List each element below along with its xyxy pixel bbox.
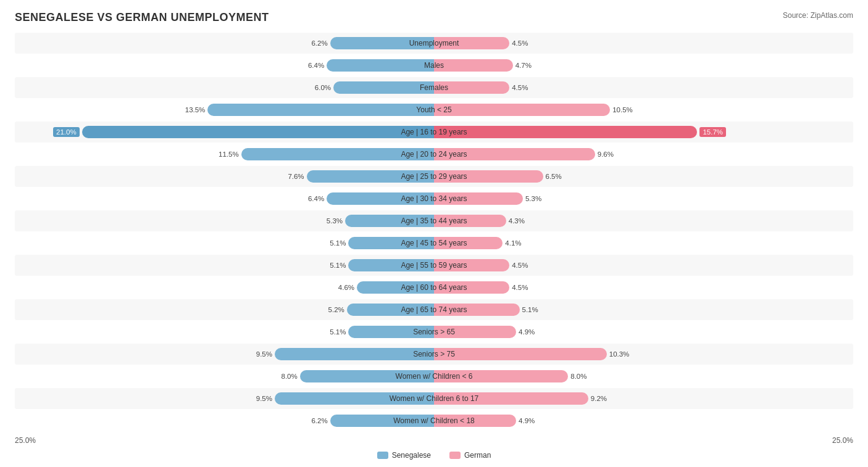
right-section: 4.7% <box>434 59 853 72</box>
left-value: 5.3% <box>327 217 343 225</box>
row-wrapper: 21.0%Age | 16 to 19 years15.7% <box>15 122 853 143</box>
left-value: 5.1% <box>330 262 346 269</box>
axis-left: 25.0% <box>15 436 36 445</box>
left-bar <box>347 304 434 316</box>
left-section: 5.1% <box>15 326 434 338</box>
right-bar <box>434 215 506 227</box>
left-section: 6.2% <box>15 37 434 49</box>
senegalese-color-swatch <box>377 452 388 459</box>
right-value: 8.0% <box>570 373 586 380</box>
left-section: 6.4% <box>15 192 434 205</box>
row-wrapper: 5.1%Age | 45 to 54 years4.1% <box>15 233 853 254</box>
left-section: 6.2% <box>15 415 434 427</box>
right-value: 4.9% <box>519 328 535 336</box>
right-value: 5.1% <box>522 306 538 313</box>
right-value: 4.5% <box>512 39 528 47</box>
left-bar <box>330 37 434 49</box>
chart-area: 6.2%Unemployment4.5%6.4%Males4.7%6.0%Fem… <box>15 33 853 431</box>
right-value: 9.6% <box>598 151 614 158</box>
left-value: 5.1% <box>330 328 346 336</box>
row-wrapper: 6.4%Males4.7% <box>15 55 853 76</box>
chart-header: SENEGALESE VS GERMAN UNEMPLOYMENT Source… <box>15 11 853 24</box>
right-section: 4.9% <box>434 326 853 338</box>
right-value: 6.5% <box>546 173 562 180</box>
right-bar <box>434 59 513 72</box>
left-bar <box>327 192 434 205</box>
left-section: 4.6% <box>15 281 434 294</box>
left-bar <box>330 415 434 427</box>
left-bar <box>307 170 434 183</box>
row-wrapper: 5.1%Age | 55 to 59 years4.5% <box>15 255 853 276</box>
right-section: 4.9% <box>434 415 853 427</box>
left-section: 7.6% <box>15 170 434 183</box>
right-section: 8.0% <box>434 370 853 382</box>
chart-container: SENEGALESE VS GERMAN UNEMPLOYMENT Source… <box>0 0 868 467</box>
row-wrapper: 5.1%Seniors > 654.9% <box>15 321 853 342</box>
left-value: 7.6% <box>288 173 304 180</box>
left-value: 6.0% <box>315 84 331 91</box>
right-value: 5.3% <box>525 195 541 202</box>
left-bar <box>333 81 434 94</box>
legend: Senegalese German <box>15 451 853 460</box>
row-wrapper: 13.5%Youth < 2510.5% <box>15 99 853 120</box>
row-wrapper: 6.2%Unemployment4.5% <box>15 33 853 54</box>
row-wrapper: 11.5%Age | 20 to 24 years9.6% <box>15 144 853 165</box>
right-bar <box>434 126 697 138</box>
left-value: 9.5% <box>256 350 272 358</box>
right-section: 4.3% <box>434 215 853 227</box>
right-bar <box>434 37 509 49</box>
right-section: 5.1% <box>434 304 853 316</box>
legend-german: German <box>449 451 491 460</box>
row-wrapper: 6.4%Age | 30 to 34 years5.3% <box>15 188 853 209</box>
row-wrapper: 8.0%Women w/ Children < 68.0% <box>15 366 853 387</box>
left-section: 6.0% <box>15 81 434 94</box>
right-bar <box>434 148 595 160</box>
left-value: 4.6% <box>338 284 354 291</box>
left-bar <box>300 370 434 382</box>
right-value: 4.1% <box>505 239 521 247</box>
right-value: 4.5% <box>512 284 528 291</box>
right-bar <box>434 392 588 405</box>
left-value: 6.2% <box>311 39 327 47</box>
right-value: 9.2% <box>591 395 607 402</box>
left-value: 6.2% <box>311 417 327 424</box>
right-value: 4.5% <box>512 262 528 269</box>
right-section: 4.5% <box>434 281 853 294</box>
left-value: 6.4% <box>308 195 324 202</box>
right-bar <box>434 348 607 360</box>
right-section: 4.5% <box>434 81 853 94</box>
right-value: 4.5% <box>512 84 528 91</box>
right-section: 4.5% <box>434 37 853 49</box>
right-section: 4.5% <box>434 259 853 271</box>
left-section: 5.1% <box>15 259 434 271</box>
row-wrapper: 9.5%Women w/ Children 6 to 179.2% <box>15 388 853 409</box>
left-section: 9.5% <box>15 348 434 360</box>
left-section: 6.4% <box>15 59 434 72</box>
left-bar <box>345 215 434 227</box>
right-bar <box>434 304 520 316</box>
right-value: 15.7% <box>699 127 726 137</box>
chart-title: SENEGALESE VS GERMAN UNEMPLOYMENT <box>15 11 269 24</box>
left-section: 11.5% <box>15 148 434 160</box>
left-value: 13.5% <box>185 106 206 114</box>
left-value: 9.5% <box>256 395 272 402</box>
right-section: 10.3% <box>434 348 853 360</box>
right-section: 10.5% <box>434 104 853 116</box>
right-bar <box>434 259 509 271</box>
left-section: 5.2% <box>15 304 434 316</box>
axis-right: 25.0% <box>832 436 853 445</box>
row-wrapper: 9.5%Seniors > 7510.3% <box>15 344 853 365</box>
right-section: 6.5% <box>434 170 853 183</box>
right-bar <box>434 170 543 183</box>
left-bar <box>82 126 434 138</box>
row-wrapper: 4.6%Age | 60 to 64 years4.5% <box>15 277 853 298</box>
row-wrapper: 5.2%Age | 65 to 74 years5.1% <box>15 299 853 320</box>
left-bar <box>275 348 434 360</box>
left-bar <box>207 104 434 116</box>
chart-source: Source: ZipAtlas.com <box>783 11 853 20</box>
german-color-swatch <box>449 452 461 459</box>
row-wrapper: 5.3%Age | 35 to 44 years4.3% <box>15 210 853 231</box>
right-bar <box>434 281 509 294</box>
right-section: 5.3% <box>434 192 853 205</box>
left-bar <box>348 326 434 338</box>
